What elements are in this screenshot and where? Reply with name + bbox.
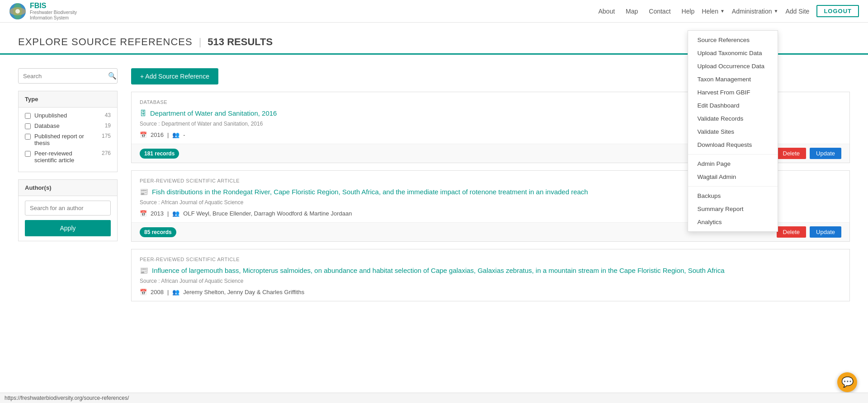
filter-peer-reviewed-checkbox[interactable] <box>25 151 31 157</box>
navbar-links: About Map Contact Help <box>598 8 694 15</box>
filter-peer-reviewed: Peer-reviewed scientific article 276 <box>25 150 111 164</box>
nav-admin-dropdown[interactable]: Administration ▼ Source References Uploa… <box>732 8 778 15</box>
filter-database-count: 19 <box>105 122 111 129</box>
update-button-0[interactable]: Update <box>810 148 841 159</box>
sidebar: 🔍 Type Unpublished 43 Database 19 Publis… <box>18 68 118 309</box>
authors-section-title: Author(s) <box>19 180 117 196</box>
menu-validate-sites[interactable]: Validate Sites <box>688 125 778 138</box>
menu-upload-occurrence[interactable]: Upload Occurrence Data <box>688 60 778 73</box>
nav-user-dropdown[interactable]: Helen ▼ <box>702 8 725 15</box>
menu-harvest-gbif[interactable]: Harvest From GBIF <box>688 86 778 99</box>
ref-type-2: PEER-REVIEWED SCIENTIFIC ARTICLE <box>140 257 841 262</box>
filter-peer-reviewed-count: 276 <box>102 150 111 156</box>
filter-unpublished-count: 43 <box>105 112 111 118</box>
menu-source-references[interactable]: Source References <box>688 33 778 47</box>
page-results-count: 513 RESULTS <box>208 36 273 48</box>
brand-tagline: Freshwater BiodiversityInformation Syste… <box>30 10 77 21</box>
nav-user-label: Helen <box>702 8 718 15</box>
search-input[interactable] <box>19 70 104 83</box>
meta-separator-1: | <box>167 210 169 217</box>
ref-authors-1: OLF Weyl, Bruce Ellender, Darragh Woodfo… <box>183 210 352 217</box>
ref-meta-2: 📅 2008 | 👥 Jeremy Shelton, Jenny Day & C… <box>140 289 841 295</box>
menu-divider-1 <box>688 154 778 155</box>
authors-filter-section: Author(s) Apply <box>18 179 118 241</box>
authors-icon-2: 👥 <box>172 289 179 295</box>
menu-analytics[interactable]: Analytics <box>688 216 778 229</box>
ref-title-text-2: Influence of largemouth bass, Micropteru… <box>152 266 725 275</box>
authors-icon-1: 👥 <box>172 210 179 217</box>
article-icon-2: 📰 <box>140 266 148 275</box>
menu-admin-page[interactable]: Admin Page <box>688 157 778 170</box>
delete-button-1[interactable]: Delete <box>777 226 807 238</box>
ref-title-2[interactable]: 📰 Influence of largemouth bass, Micropte… <box>140 266 841 275</box>
ref-authors-0: - <box>183 131 185 138</box>
delete-button-0[interactable]: Delete <box>777 148 807 159</box>
type-section-body: Unpublished 43 Database 19 Published rep… <box>19 108 117 172</box>
calendar-icon-0: 📅 <box>140 131 147 138</box>
svg-point-3 <box>15 9 20 14</box>
ref-source-2: Source : African Journal of Aquatic Scie… <box>140 278 841 284</box>
admin-menu-button[interactable]: Administration ▼ <box>732 8 778 15</box>
brand-name: FBIS <box>30 2 77 10</box>
nav-map[interactable]: Map <box>626 8 638 15</box>
fbis-logo <box>9 3 26 20</box>
filter-peer-reviewed-label: Peer-reviewed scientific article <box>34 150 96 164</box>
chevron-down-icon: ▼ <box>720 9 725 14</box>
filter-published-report: Published report or thesis 175 <box>25 133 111 146</box>
logout-button[interactable]: LOGOUT <box>816 5 859 17</box>
menu-upload-taxonomic[interactable]: Upload Taxonomic Data <box>688 47 778 60</box>
menu-wagtail-admin[interactable]: Wagtail Admin <box>688 170 778 183</box>
article-icon-1: 📰 <box>140 187 148 197</box>
nav-about[interactable]: About <box>598 8 615 15</box>
type-section-title: Type <box>19 91 117 108</box>
filter-published-report-label: Published report or thesis <box>34 133 96 146</box>
search-box: 🔍 <box>18 68 118 84</box>
filter-unpublished-label: Unpublished <box>34 112 99 119</box>
navbar: FBIS Freshwater BiodiversityInformation … <box>0 0 868 23</box>
page-title: EXPLORE SOURCE REFERENCES <box>18 36 193 48</box>
author-search-input[interactable] <box>25 201 111 216</box>
filter-database-checkbox[interactable] <box>25 123 31 129</box>
filter-published-report-count: 175 <box>102 133 111 139</box>
page-divider: | <box>199 36 202 48</box>
nav-help[interactable]: Help <box>682 8 695 15</box>
brand: FBIS Freshwater BiodiversityInformation … <box>9 2 77 21</box>
authors-icon-0: 👥 <box>172 131 179 138</box>
menu-divider-2 <box>688 186 778 187</box>
ref-year-2: 2008 <box>151 289 164 295</box>
nav-contact[interactable]: Contact <box>649 8 670 15</box>
calendar-icon-2: 📅 <box>140 289 147 295</box>
ref-authors-2: Jeremy Shelton, Jenny Day & Charles Grif… <box>183 289 304 295</box>
menu-edit-dashboard[interactable]: Edit Dashboard <box>688 99 778 112</box>
filter-published-report-checkbox[interactable] <box>25 134 31 140</box>
menu-download-requests[interactable]: Download Requests <box>688 138 778 151</box>
add-source-reference-button[interactable]: + Add Source Reference <box>131 68 218 84</box>
ref-title-text-0: Department of Water and Sanitation, 2016 <box>150 108 277 118</box>
filter-database: Database 19 <box>25 122 111 129</box>
menu-backups[interactable]: Backups <box>688 189 778 202</box>
admin-menu-label: Administration <box>732 8 772 15</box>
records-badge-0: 181 records <box>140 149 179 159</box>
ref-year-0: 2016 <box>151 131 164 138</box>
menu-taxon-management[interactable]: Taxon Management <box>688 73 778 86</box>
filter-unpublished: Unpublished 43 <box>25 112 111 119</box>
records-badge-1: 85 records <box>140 227 176 237</box>
nav-add-site[interactable]: Add Site <box>785 8 809 15</box>
apply-button[interactable]: Apply <box>25 220 111 236</box>
calendar-icon-1: 📅 <box>140 210 147 217</box>
search-button[interactable]: 🔍 <box>104 69 118 83</box>
update-button-1[interactable]: Update <box>810 226 841 238</box>
menu-validate-records[interactable]: Validate Records <box>688 112 778 125</box>
ref-actions-0: Delete Update <box>777 148 842 159</box>
filter-unpublished-checkbox[interactable] <box>25 113 31 119</box>
admin-dropdown-menu: Source References Upload Taxonomic Data … <box>688 30 778 232</box>
authors-section-body: Apply <box>19 196 117 241</box>
menu-summary-report[interactable]: Summary Report <box>688 202 778 216</box>
ref-card-body-2: PEER-REVIEWED SCIENTIFIC ARTICLE 📰 Influ… <box>132 249 849 301</box>
chevron-down-icon: ▼ <box>774 9 778 14</box>
filter-database-label: Database <box>34 122 99 129</box>
ref-actions-1: Delete Update <box>777 226 842 238</box>
database-icon-0: 🗄 <box>140 108 146 118</box>
reference-card-2: PEER-REVIEWED SCIENTIFIC ARTICLE 📰 Influ… <box>131 249 850 301</box>
ref-title-text-1: Fish distributions in the Rondegat River… <box>152 187 588 197</box>
